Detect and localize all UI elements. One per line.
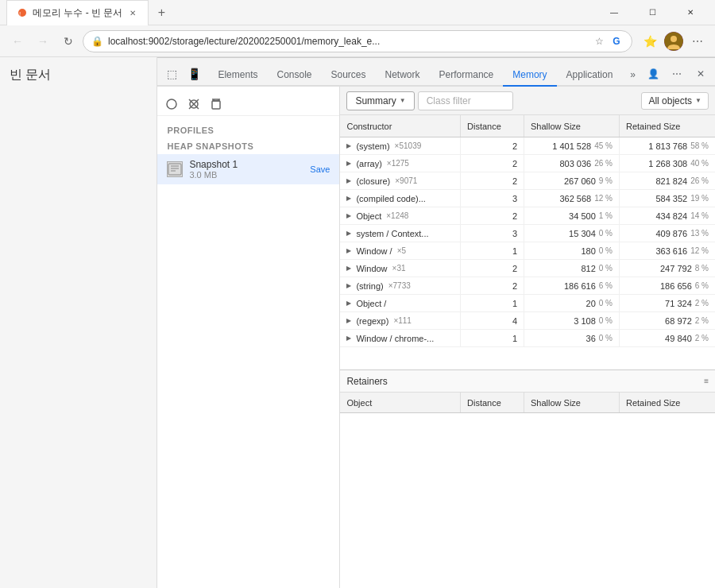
back-button[interactable]: ← xyxy=(6,30,29,52)
table-row[interactable]: ▶ (compiled code)... 3 362 568 12 % 584 … xyxy=(340,190,715,207)
favorites-button[interactable]: ⭐ xyxy=(639,30,661,52)
table-row[interactable]: ▶ (string) ×7733 2 186 616 6 % 186 656 6… xyxy=(340,277,715,295)
constructor-name: (array) xyxy=(356,159,381,168)
tab-console[interactable]: Console xyxy=(267,64,321,87)
reload-button[interactable]: ↻ xyxy=(57,30,79,52)
new-tab-button[interactable]: + xyxy=(149,0,174,25)
td-retained: 363 616 12 % xyxy=(620,242,715,259)
snapshot-save-button[interactable]: Save xyxy=(310,164,330,174)
td-retained: 1 813 768 58 % xyxy=(620,137,715,154)
inspect-element-icon[interactable]: ⬚ xyxy=(160,63,183,85)
retained-pct: 12 % xyxy=(690,246,709,255)
td-retained: 584 352 19 % xyxy=(620,190,715,207)
constructor-name: Window xyxy=(356,264,387,273)
retained-pct: 14 % xyxy=(690,211,709,220)
table-row[interactable]: ▶ (closure) ×9071 2 267 060 9 % 821 824 … xyxy=(340,172,715,190)
retained-pct: 40 % xyxy=(690,159,709,168)
constructor-name: (compiled code)... xyxy=(356,194,425,203)
svg-point-3 xyxy=(671,36,677,42)
forward-button[interactable]: → xyxy=(32,30,54,52)
td-constructor: ▶ system / Context... xyxy=(340,225,461,242)
table-row[interactable]: ▶ Window / ×5 1 180 0 % 363 616 12 % xyxy=(340,242,715,260)
clear-profiles-button[interactable] xyxy=(186,96,202,112)
td-shallow: 15 304 0 % xyxy=(524,225,620,242)
settings-button[interactable]: ⋯ xyxy=(686,30,709,52)
class-filter-input[interactable]: Class filter xyxy=(418,91,513,110)
all-objects-select[interactable]: All objects ▼ xyxy=(641,92,709,110)
shallow-pct: 6 % xyxy=(599,281,613,290)
device-toolbar-icon[interactable]: 📱 xyxy=(183,63,205,85)
more-tabs-button[interactable]: » xyxy=(624,64,642,85)
table-row[interactable]: ▶ (regexp) ×111 4 3 108 0 % 68 972 2 % xyxy=(340,312,715,330)
tab-memory[interactable]: Memory xyxy=(503,64,556,87)
close-button[interactable]: ✕ xyxy=(672,0,709,25)
td-constructor: ▶ (compiled code)... xyxy=(340,190,461,207)
table-row[interactable]: ▶ Object ×1248 2 34 500 1 % 434 824 14 % xyxy=(340,207,715,225)
tab-application[interactable]: Application xyxy=(557,64,623,87)
table-header: Constructor Distance Shallow Size Retain… xyxy=(340,115,715,137)
devtools-close-button[interactable]: ✕ xyxy=(690,63,712,85)
table-row[interactable]: ▶ Window / chrome-... 1 36 0 % 49 840 2 … xyxy=(340,330,715,347)
heap-table-container: Constructor Distance Shallow Size Retain… xyxy=(340,115,715,588)
constructor-name: (regexp) xyxy=(356,316,388,326)
snapshot-icon xyxy=(167,161,183,177)
td-distance: 4 xyxy=(461,312,524,329)
constructor-name: (system) xyxy=(356,141,389,151)
td-distance: 3 xyxy=(461,190,524,207)
content-area: 빈 문서 ⬚ 📱 Elements Console Sources Networ… xyxy=(0,57,715,588)
profiles-section-title: Profiles xyxy=(157,122,339,138)
expand-arrow-icon: ▶ xyxy=(346,247,351,254)
delete-profile-button[interactable] xyxy=(208,96,224,112)
td-retained: 186 656 6 % xyxy=(620,277,715,294)
retained-pct: 13 % xyxy=(690,229,709,238)
minimize-button[interactable]: — xyxy=(596,0,632,25)
table-row[interactable]: ▶ (array) ×1275 2 803 036 26 % 1 268 308… xyxy=(340,155,715,172)
tab-close-button[interactable]: ✕ xyxy=(127,7,138,18)
table-row[interactable]: ▶ Object / 1 20 0 % 71 324 2 % xyxy=(340,295,715,312)
toolbar-icons: ⭐ ⋯ xyxy=(639,30,709,52)
sidebar-toolbar xyxy=(157,93,339,116)
address-bar[interactable]: 🔒 localhost:9002/storage/lecture/2020022… xyxy=(83,30,632,52)
constructor-count: ×111 xyxy=(393,316,412,325)
tab-network[interactable]: Network xyxy=(376,64,430,87)
devtools-more-button[interactable]: ⋯ xyxy=(666,63,688,85)
tab-sources[interactable]: Sources xyxy=(322,64,376,87)
table-row[interactable]: ▶ (system) ×51039 2 1 401 528 45 % 1 813… xyxy=(340,137,715,155)
translate-icon[interactable]: G xyxy=(609,34,624,48)
devtools-customize-icon[interactable]: 👤 xyxy=(642,63,664,85)
memory-sidebar: Profiles HEAP SNAPSHOTS Snapshot 1 3.0 M… xyxy=(157,87,340,588)
expand-arrow-icon: ▶ xyxy=(346,160,351,167)
td-retained: 49 840 2 % xyxy=(620,330,715,346)
retained-pct: 2 % xyxy=(695,334,709,342)
tab-performance[interactable]: Performance xyxy=(430,64,504,87)
td-retained: 247 792 8 % xyxy=(620,260,715,277)
tab-elements[interactable]: Elements xyxy=(208,64,267,87)
maximize-button[interactable]: ☐ xyxy=(634,0,671,25)
shallow-pct: 12 % xyxy=(594,194,613,203)
td-distance: 2 xyxy=(461,207,524,224)
browser-tab[interactable]: ! 메모리 누수 - 빈 문서 ✕ xyxy=(6,0,149,25)
shallow-pct: 1 % xyxy=(599,211,613,220)
td-shallow: 186 616 6 % xyxy=(524,277,620,294)
bookmark-icon[interactable]: ☆ xyxy=(592,34,606,48)
record-heap-button[interactable] xyxy=(164,96,180,112)
table-body: ▶ (system) ×51039 2 1 401 528 45 % 1 813… xyxy=(340,137,715,369)
address-icons: ☆ G xyxy=(592,34,624,48)
summary-button[interactable]: Summary ▼ xyxy=(346,91,414,110)
td-constructor: ▶ Object / xyxy=(340,295,461,311)
tab-title: 메모리 누수 - 빈 문서 xyxy=(33,6,122,20)
snapshot-item[interactable]: Snapshot 1 3.0 MB Save xyxy=(157,154,339,184)
shallow-pct: 9 % xyxy=(599,176,613,185)
expand-arrow-icon: ▶ xyxy=(346,317,351,324)
snapshot-size: 3.0 MB xyxy=(189,170,303,180)
constructor-name: Window / chrome-... xyxy=(356,334,434,343)
table-row[interactable]: ▶ Window ×31 2 812 0 % 247 792 8 % xyxy=(340,260,715,277)
constructor-count: ×7733 xyxy=(388,281,411,290)
all-objects-arrow: ▼ xyxy=(695,97,701,104)
profile-button[interactable] xyxy=(663,30,685,52)
retainers-header: Retainers ≡ xyxy=(340,370,715,393)
table-row[interactable]: ▶ system / Context... 3 15 304 0 % 409 8… xyxy=(340,225,715,242)
window: ! 메모리 누수 - 빈 문서 ✕ + — ☐ ✕ ← → ↻ 🔒 localh… xyxy=(0,0,715,588)
rth-shallow: Shallow Size xyxy=(524,393,620,412)
shallow-pct: 0 % xyxy=(599,264,613,273)
